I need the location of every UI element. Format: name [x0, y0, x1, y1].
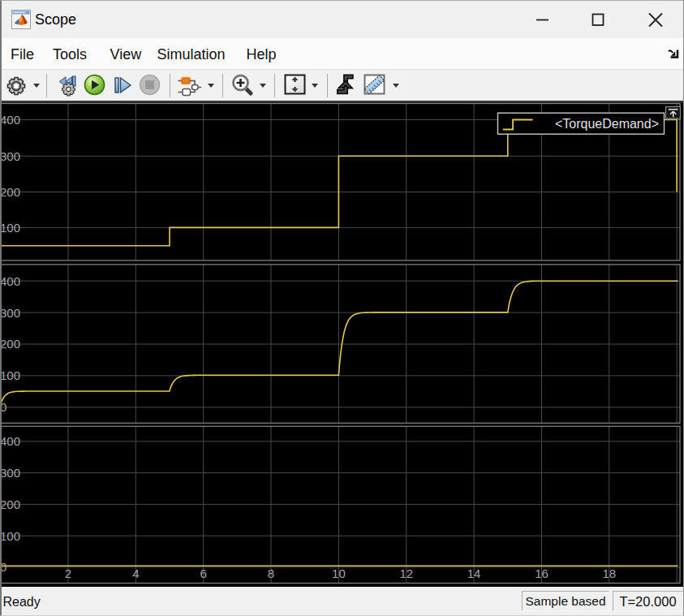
svg-text:200: 200: [0, 185, 20, 199]
svg-text:200: 200: [0, 337, 20, 351]
svg-text:16: 16: [535, 566, 548, 580]
svg-text:400: 400: [0, 113, 20, 127]
svg-text:300: 300: [0, 149, 20, 163]
svg-text:<TorqueDemand>: <TorqueDemand>: [555, 117, 659, 131]
svg-text:0: 0: [0, 400, 6, 414]
svg-text:100: 100: [0, 368, 20, 382]
svg-text:12: 12: [399, 566, 413, 580]
svg-text:400: 400: [0, 434, 20, 448]
svg-text:8: 8: [268, 566, 274, 580]
svg-text:0: 0: [0, 560, 6, 574]
svg-text:18: 18: [602, 566, 616, 580]
svg-text:100: 100: [0, 221, 20, 235]
svg-text:6: 6: [200, 566, 207, 580]
svg-text:300: 300: [0, 466, 20, 480]
svg-text:2: 2: [65, 566, 71, 580]
svg-text:100: 100: [0, 529, 20, 543]
svg-text:10: 10: [332, 566, 346, 580]
svg-text:14: 14: [467, 566, 481, 580]
svg-text:200: 200: [0, 498, 20, 511]
svg-text:300: 300: [0, 306, 20, 320]
svg-text:400: 400: [0, 274, 20, 288]
svg-text:4: 4: [132, 566, 139, 580]
